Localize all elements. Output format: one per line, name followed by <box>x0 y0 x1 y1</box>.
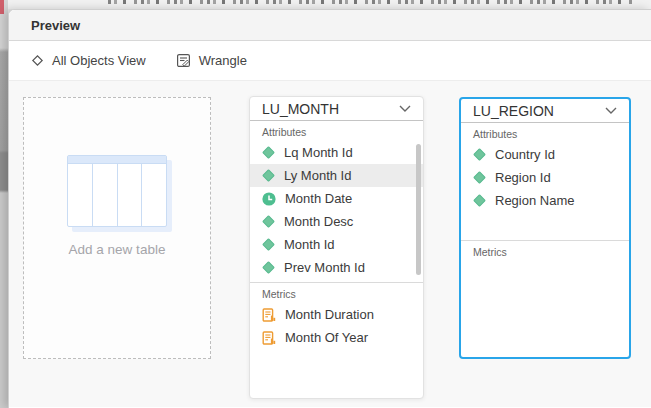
background-page-left-edge <box>0 0 8 408</box>
metric-item[interactable]: Month Of Year <box>250 326 423 349</box>
lu-month-metrics-label: Metrics <box>250 283 423 303</box>
add-table-label: Add a new table <box>69 242 166 257</box>
attribute-item[interactable]: Prev Month Id <box>250 256 423 279</box>
chevron-down-icon <box>399 105 411 112</box>
lu-region-attributes-label: Attributes <box>461 123 629 143</box>
background-accent-bar <box>0 0 4 14</box>
table-placeholder-icon <box>67 155 167 227</box>
background-page-top-edge <box>8 0 651 9</box>
lu-month-title: LU_MONTH <box>262 101 339 117</box>
wrangle-label: Wrangle <box>199 53 247 68</box>
table-card-lu-region: LU_REGION Attributes Country Id Region I… <box>459 97 631 359</box>
attribute-diamond-icon <box>473 171 486 184</box>
metric-ledger-icon <box>262 331 276 345</box>
all-objects-view-label: All Objects View <box>52 53 146 68</box>
metric-ledger-icon <box>262 308 276 322</box>
chevron-down-icon <box>605 107 617 114</box>
lu-month-header-dropdown[interactable]: LU_MONTH <box>250 97 423 121</box>
attribute-item[interactable]: Lq Month Id <box>250 141 423 164</box>
attribute-item[interactable]: Month Date <box>250 187 423 210</box>
attribute-diamond-icon <box>262 146 275 159</box>
preview-canvas: Add a new table LU_MONTH Attributes Lq M… <box>9 81 651 407</box>
lu-region-title: LU_REGION <box>473 103 554 119</box>
toolbar: All Objects View Wrangle <box>9 41 651 81</box>
diamond-outline-icon <box>31 54 44 67</box>
all-objects-view-button[interactable]: All Objects View <box>31 53 146 68</box>
dialog-title: Preview <box>31 18 80 33</box>
scrollbar-thumb[interactable] <box>416 144 421 275</box>
attribute-item[interactable]: Country Id <box>461 143 629 166</box>
lu-month-attributes-label: Attributes <box>250 121 423 141</box>
date-clock-icon <box>262 192 276 206</box>
background-clipped-text <box>108 0 633 4</box>
attribute-item-selected[interactable]: Ly Month Id <box>250 164 423 187</box>
dialog-header: Preview <box>9 10 651 41</box>
attribute-diamond-icon <box>473 148 486 161</box>
preview-dialog: Preview All Objects View Wrangle <box>8 9 651 408</box>
lu-region-attributes-section: Attributes Country Id Region Id Region N… <box>461 123 629 240</box>
add-new-table-dropzone[interactable]: Add a new table <box>23 97 211 359</box>
attribute-diamond-icon <box>262 215 275 228</box>
lu-region-header-dropdown[interactable]: LU_REGION <box>461 99 629 123</box>
attribute-diamond-icon <box>262 238 275 251</box>
attribute-diamond-icon <box>262 261 275 274</box>
attribute-diamond-icon <box>262 169 275 182</box>
wrangle-button[interactable]: Wrangle <box>176 53 247 68</box>
wrangle-icon <box>176 53 191 68</box>
attribute-item[interactable]: Month Desc <box>250 210 423 233</box>
attribute-item[interactable]: Month Id <box>250 233 423 256</box>
table-card-lu-month: LU_MONTH Attributes Lq Month Id Ly Month… <box>249 96 424 399</box>
lu-region-metrics-label: Metrics <box>461 241 629 261</box>
attribute-item[interactable]: Region Id <box>461 166 629 189</box>
metric-item[interactable]: Month Duration <box>250 303 423 326</box>
attribute-diamond-icon <box>473 194 486 207</box>
attribute-item[interactable]: Region Name <box>461 189 629 212</box>
